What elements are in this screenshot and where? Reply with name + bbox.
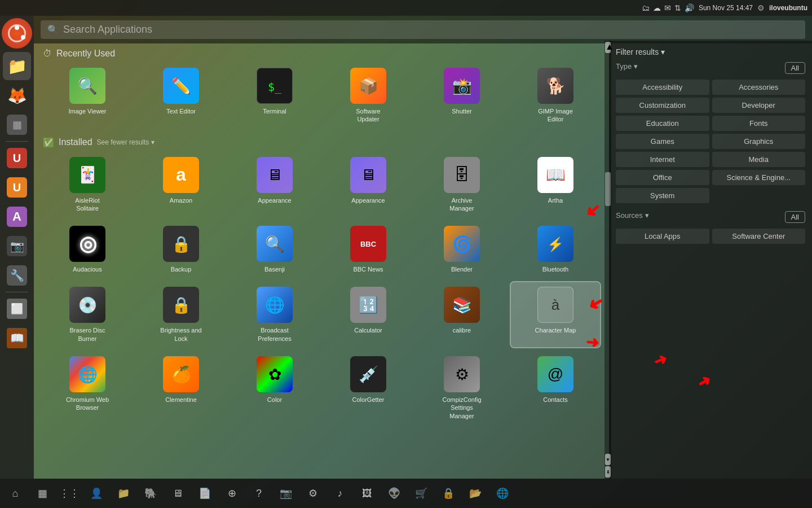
sidebar-item-tools[interactable]: 🔧 (3, 261, 31, 290)
installed-app-23[interactable]: @ Contacts (511, 352, 600, 424)
sidebar-item-firefox[interactable]: 🦊 (3, 81, 31, 110)
sidebar-item-item3[interactable]: ▦ (3, 111, 31, 139)
taskbar-folder[interactable]: 📁 (111, 480, 136, 506)
installed-app-20[interactable]: ✿ Color (230, 352, 319, 424)
taskbar-evernote[interactable]: 🐘 (138, 480, 164, 506)
sidebar-item-u2[interactable]: U (3, 173, 31, 202)
taskbar-home[interactable]: ⌂ (2, 480, 28, 506)
installed-app-3[interactable]: 🖥 Appearance (324, 152, 413, 217)
filter-type-office[interactable]: Office (616, 170, 709, 185)
see-fewer-label: See fewer results (97, 138, 149, 146)
filter-header: Filter results ▾ (616, 47, 805, 56)
sources-all-button[interactable]: All (785, 211, 805, 223)
filter-type-science-&-engine...[interactable]: Science & Engine... (712, 170, 806, 185)
filter-results-title: Filter results ▾ (616, 47, 665, 56)
installed-app-10[interactable]: 🌀 Blender (417, 221, 506, 278)
installed-app-12[interactable]: 💿 Brasero Disc Burner (43, 282, 132, 347)
taskbar-user[interactable]: 👤 (83, 480, 109, 506)
app-item-image-viewer[interactable]: 🔍 Image Viewer (43, 63, 132, 128)
taskbar-music[interactable]: ⊕ (219, 480, 245, 506)
taskbar-files2[interactable]: 📂 (462, 480, 488, 506)
installed-app-22[interactable]: ⚙ CompizConfig Settings Manager (417, 352, 506, 424)
sources-filter-header: Sources ▾ All (616, 211, 805, 223)
installed-app-11[interactable]: ⚡ Bluetooth (511, 221, 600, 278)
app-icon: 🃏 (69, 157, 105, 193)
app-item-gimp-image-editor[interactable]: 🐕 GIMP Image Editor (511, 63, 600, 128)
installed-app-7[interactable]: 🔒 Backup (136, 221, 226, 278)
taskbar-network[interactable]: 🌐 (489, 480, 515, 506)
installed-app-18[interactable]: 🌐 Chromium Web Browser (43, 352, 132, 424)
taskbar-lock[interactable]: 🔒 (435, 480, 461, 506)
app-label: Audacious (73, 265, 102, 273)
filter-type-graphics[interactable]: Graphics (712, 134, 806, 149)
installed-app-15[interactable]: 🔢 Calculator (324, 282, 413, 347)
installed-app-21[interactable]: 💉 ColorGetter (324, 352, 413, 424)
taskbar-apps[interactable]: ⋮⋮ (56, 480, 82, 506)
filter-type-internet[interactable]: Internet (616, 152, 709, 167)
installed-app-16[interactable]: 📚 calibre (417, 282, 506, 347)
sidebar-item-camera[interactable]: 📷 (3, 232, 31, 260)
sidebar-item-book[interactable]: 📖 (3, 324, 31, 352)
taskbar-help[interactable]: ? (246, 480, 272, 506)
see-fewer-button[interactable]: See fewer results ▾ (97, 138, 155, 146)
installed-app-6[interactable]: ◎ Audacious (43, 221, 132, 278)
ubuntu-home-button[interactable] (2, 18, 32, 49)
search-bar: 🔍 (34, 16, 812, 43)
ubuntu-logo (8, 24, 26, 42)
installed-app-4[interactable]: 🗄 Archive Manager (417, 152, 506, 217)
installed-app-8[interactable]: 🔍 Basenji (230, 221, 319, 278)
installed-app-9[interactable]: BBC BBC News (324, 221, 413, 278)
app-item-shutter[interactable]: 📸 Shutter (417, 63, 506, 128)
app-item-text-editor[interactable]: ✏️ Text Editor (136, 63, 226, 128)
taskbar-reddit[interactable]: 👽 (381, 480, 407, 506)
search-icon: 🔍 (47, 24, 59, 35)
app-item-terminal[interactable]: $_ Terminal (230, 63, 319, 128)
sidebar-item-files[interactable]: 📁 (3, 52, 31, 80)
app-icon: 📚 (444, 287, 480, 323)
installed-app-19[interactable]: 🍊 Clementine (136, 352, 226, 424)
apps-area[interactable]: ⏱ Recently Used 🔍 Image Viewer ✏️ Text E… (34, 41, 609, 479)
filter-type-fonts[interactable]: Fonts (712, 116, 806, 131)
taskbar-display[interactable]: 🖥 (165, 480, 191, 506)
scroll-thumb[interactable] (605, 172, 611, 206)
sidebar-item-a[interactable]: A (3, 203, 31, 231)
app-label: Contacts (543, 396, 567, 404)
app-item-software-updater[interactable]: 📦 Software Updater (324, 63, 413, 128)
installed-app-13[interactable]: 🔒 Brightness and Lock (136, 282, 226, 347)
sidebar-item-u1[interactable]: U (3, 144, 31, 172)
taskbar-settings[interactable]: ⚙ (300, 480, 326, 506)
scroll-bottom-arrow[interactable]: ⬇ (605, 466, 611, 478)
username-label: iloveubuntu (769, 4, 807, 12)
scroll-down-arrow[interactable]: ▼ (605, 454, 611, 465)
filter-type-games[interactable]: Games (616, 134, 709, 149)
filter-type-accessibility[interactable]: Accessibility (616, 80, 709, 95)
taskbar-music2[interactable]: ♪ (327, 480, 353, 506)
gear-icon[interactable]: ⚙ (757, 3, 765, 12)
search-input-wrap[interactable]: 🔍 (41, 20, 805, 39)
taskbar-store[interactable]: 🛒 (408, 480, 434, 506)
app-label: GIMP Image Editor (533, 107, 578, 124)
installed-app-2[interactable]: 🖥 Appearance (230, 152, 319, 217)
filter-type-accessories[interactable]: Accessories (712, 80, 806, 95)
type-all-button[interactable]: All (785, 62, 805, 74)
filter-type-system[interactable]: System (616, 188, 709, 203)
installed-app-1[interactable]: a Amazon (136, 152, 226, 217)
taskbar-photo[interactable]: 🖼 (354, 480, 380, 506)
scroll-up-arrow[interactable]: ▲ (605, 42, 611, 53)
filter-type-education[interactable]: Education (616, 116, 709, 131)
sidebar-item-window[interactable]: ⬜ (3, 295, 31, 323)
app-icon: a (163, 157, 199, 193)
filter-source-local-apps[interactable]: Local Apps (616, 229, 709, 244)
taskbar-camera[interactable]: 📷 (273, 480, 299, 506)
scrollbar[interactable]: ▲ ▼ ⬇ (604, 41, 611, 479)
installed-app-0[interactable]: 🃏 AisleRiot Solitaire (43, 152, 132, 217)
taskbar-document[interactable]: 📄 (192, 480, 218, 506)
filter-source-software-center[interactable]: Software Center (712, 229, 806, 244)
taskbar-files[interactable]: ▦ (29, 480, 55, 506)
installed-app-14[interactable]: 🌐 Broadcast Preferences (230, 282, 319, 347)
filter-type-media[interactable]: Media (712, 152, 806, 167)
type-label: Type (616, 62, 632, 71)
filter-type-developer[interactable]: Developer (712, 98, 806, 113)
filter-type-customization[interactable]: Customization (616, 98, 709, 113)
search-input[interactable] (63, 24, 798, 36)
